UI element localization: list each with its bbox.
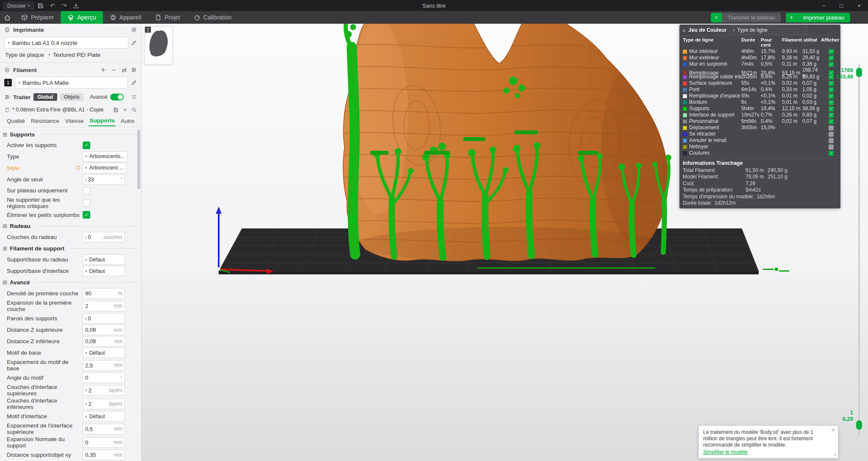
search-icon[interactable]	[131, 107, 137, 113]
legend-visibility-checkbox[interactable]	[829, 125, 834, 131]
tab-projet[interactable]: Projet	[148, 11, 187, 24]
chevron-down-icon[interactable]: ▾	[85, 402, 87, 406]
param-tab[interactable]: Résistance	[30, 116, 60, 126]
legend-visibility-checkbox[interactable]	[829, 100, 834, 105]
param-list-icon[interactable]	[131, 94, 137, 100]
print-plate-button[interactable]: Imprimer plateau	[797, 13, 850, 22]
process-global-tab[interactable]: Global	[33, 93, 57, 101]
tab-appareil[interactable]: Appareil	[103, 11, 148, 24]
param-tab[interactable]: Autre	[120, 116, 135, 126]
chevron-down-icon[interactable]: ▾	[85, 388, 87, 392]
slice-plate-button[interactable]: Trancher le plateau	[722, 13, 781, 22]
param-tab[interactable]: Supports	[89, 116, 115, 126]
remove-filament-button[interactable]: −	[110, 67, 117, 73]
filament-settings-icon[interactable]	[131, 67, 137, 73]
stepper-icon[interactable]: ▴▾	[85, 235, 86, 239]
slice-dropdown-button[interactable]: ▾	[711, 13, 722, 22]
import-button[interactable]	[71, 1, 81, 10]
maximize-button[interactable]: □	[832, 0, 850, 11]
setting-input[interactable]: ▴▾ ▾ 0,08 mm	[83, 336, 125, 347]
print-dropdown-button[interactable]: ▾	[786, 13, 797, 22]
redo-button[interactable]: ↷	[59, 1, 70, 10]
setting-input[interactable]: ▴▾ ▾ 90 %	[83, 288, 125, 299]
save-preset-icon[interactable]	[113, 107, 119, 113]
process-objects-tab[interactable]: Objets	[60, 93, 83, 101]
setting-checkbox[interactable]	[83, 199, 90, 207]
legend-visibility-checkbox[interactable]	[829, 119, 834, 124]
stepper-icon[interactable]: ▴▾	[85, 317, 86, 321]
stepper-icon[interactable]: ▴▾	[85, 177, 86, 181]
preset-sync-icon[interactable]	[4, 107, 10, 113]
setting-select[interactable]: ▾ Défaut	[83, 347, 125, 358]
setting-select[interactable]: ▾ Arborescent ...	[83, 163, 126, 173]
setting-input[interactable]: ▴▾ ▾ 2 mm	[83, 301, 125, 311]
settings-group-header[interactable]: ⊞ Radeau	[0, 220, 141, 231]
plate-type-select[interactable]: ▾ Textured PEI Plate	[48, 52, 100, 58]
setting-checkbox[interactable]	[83, 211, 90, 219]
setting-select[interactable]: ▾ Défaut	[83, 411, 125, 422]
advanced-toggle[interactable]	[110, 94, 124, 100]
process-preset-name[interactable]: * 0.08mm Extra Fine @BBL A1 - Copie	[12, 107, 111, 113]
save-button[interactable]	[36, 1, 46, 10]
viewport-3d[interactable]: 1 « Jeu de Couleur ▾ Type de ligne Type …	[141, 24, 868, 461]
home-button[interactable]	[0, 11, 14, 24]
tab-calibration[interactable]: Calibration	[187, 11, 239, 24]
file-menu-button[interactable]: Dossier ▾	[3, 2, 34, 10]
setting-input[interactable]: ▴▾ ▾ 0 couches	[83, 232, 125, 242]
edit-printer-icon[interactable]	[131, 40, 137, 46]
printer-select[interactable]: ▾ Bambu Lab A1 0.4 nozzle	[4, 37, 128, 49]
legend-visibility-checkbox[interactable]	[829, 87, 834, 92]
legend-visibility-checkbox[interactable]	[829, 132, 834, 137]
setting-select[interactable]: ▾ Défaut	[83, 254, 125, 265]
setting-input[interactable]: ▴▾ ▾ 0,08 mm	[83, 325, 125, 335]
setting-input[interactable]: ▴▾ ▾ 0,5 mm	[83, 424, 125, 434]
setting-input[interactable]: ▴▾ ▾ 0	[83, 313, 125, 324]
settings-group-header[interactable]: ⊞ Supports	[0, 129, 141, 140]
printer-settings-icon[interactable]	[131, 27, 137, 33]
setting-input[interactable]: ▴▾ ▾ 2,5 mm	[83, 360, 125, 371]
legend-visibility-checkbox[interactable]	[829, 62, 834, 67]
close-toast-icon[interactable]: ×	[832, 427, 835, 433]
delete-preset-icon[interactable]: ×	[121, 106, 129, 113]
revert-value-icon[interactable]	[76, 165, 81, 170]
legend-visibility-checkbox[interactable]	[829, 49, 834, 54]
tab-apercu[interactable]: Aperçu	[61, 11, 103, 24]
collapse-legend-icon[interactable]: «	[682, 27, 685, 33]
legend-visibility-checkbox[interactable]	[829, 56, 834, 61]
setting-input[interactable]: ▴▾ ▾ 33 °	[83, 174, 125, 185]
legend-visibility-checkbox[interactable]	[829, 151, 834, 156]
add-filament-button[interactable]: ＋	[99, 66, 107, 74]
legend-visibility-checkbox[interactable]	[829, 144, 834, 150]
simplify-model-link[interactable]: Simplifier le modèle	[703, 449, 748, 455]
settings-group-header[interactable]: ⊞ Filament de support	[0, 243, 141, 254]
setting-select[interactable]: ▾ Défaut	[83, 266, 125, 276]
plate-thumbnail[interactable]: 1	[145, 26, 172, 64]
edit-filament-icon[interactable]	[131, 80, 137, 86]
filament-select[interactable]: ▾ Bambu PLA Matte	[15, 77, 128, 89]
legend-visibility-checkbox[interactable]	[829, 81, 834, 86]
setting-input[interactable]: ▴▾ ▾ 0 °	[83, 372, 125, 383]
layer-slider-top-handle[interactable]	[856, 68, 862, 77]
sidebar-scrollbar[interactable]	[137, 130, 140, 189]
param-tab[interactable]: Qualité	[6, 116, 26, 126]
layer-slider-track[interactable]	[858, 64, 860, 437]
setting-input[interactable]: ▴▾ ▾ 2 layers	[83, 399, 125, 409]
setting-checkbox[interactable]	[83, 142, 90, 149]
layer-slider-bottom-handle[interactable]	[856, 420, 862, 430]
legend-visibility-checkbox[interactable]	[829, 138, 834, 143]
legend-visibility-checkbox[interactable]	[829, 94, 834, 99]
close-button[interactable]: ×	[850, 0, 868, 11]
param-tab[interactable]: Vitesse	[64, 116, 84, 126]
view-type-select[interactable]: ▾ Type de ligne	[730, 25, 808, 35]
legend-visibility-checkbox[interactable]	[829, 106, 834, 111]
setting-checkbox[interactable]	[83, 187, 90, 194]
setting-input[interactable]: ▴▾ ▾ 0 mm	[83, 437, 125, 448]
undo-button[interactable]: ↶	[47, 1, 58, 10]
legend-visibility-checkbox[interactable]	[829, 113, 834, 118]
sync-filament-icon[interactable]: ⇄	[120, 67, 128, 73]
settings-group-header[interactable]: ⊞ Avancé	[0, 277, 141, 288]
setting-input[interactable]: ▴▾ ▾ 0,35 mm	[83, 450, 125, 460]
minimize-button[interactable]: −	[815, 0, 832, 11]
setting-select[interactable]: ▾ Arborescents...	[83, 151, 128, 162]
tab-preparer[interactable]: Préparer	[14, 11, 61, 24]
